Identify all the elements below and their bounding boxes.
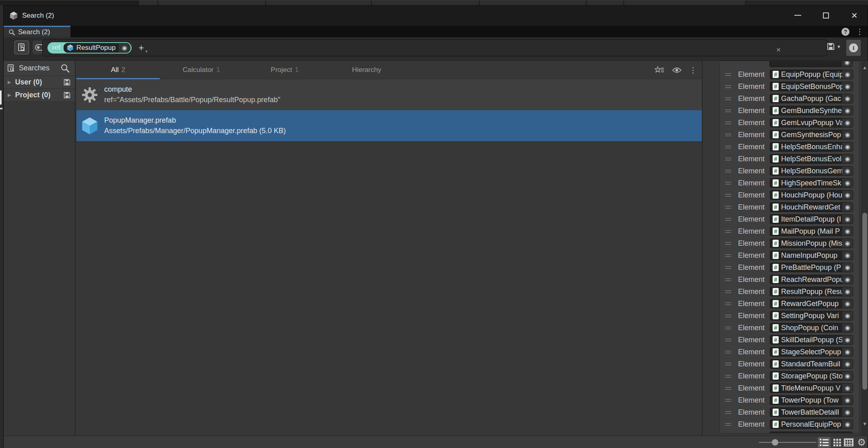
results-tab-hierarchy[interactable]: Hierarchy (326, 61, 410, 79)
object-picker-icon[interactable]: ◉ (842, 178, 853, 188)
drag-handle-icon[interactable] (725, 362, 731, 367)
object-field[interactable]: # TowerPopup (Tow ◉ (770, 395, 853, 405)
drag-handle-icon[interactable] (725, 289, 731, 294)
object-field[interactable]: # ReachRewardPopu ◉ (770, 275, 853, 284)
object-field[interactable]: # MissionPopup (Mis ◉ (770, 238, 853, 248)
object-field[interactable]: # PersonalEquipPop ◉ (770, 419, 853, 429)
drag-handle-icon[interactable] (725, 193, 731, 198)
drag-handle-icon[interactable] (725, 84, 731, 89)
object-field[interactable]: # EquipPopup (Equip ◉ (770, 70, 853, 79)
drag-handle-icon[interactable] (725, 253, 731, 258)
add-filter-button[interactable]: +▾ (138, 43, 144, 53)
object-picker-icon[interactable]: ◉ (842, 118, 853, 127)
object-field[interactable]: # TitleMenuPopup V ◉ (770, 383, 853, 393)
object-picker-icon[interactable]: ◉ (842, 202, 853, 212)
object-field[interactable]: # SkillDetailPopup (S ◉ (770, 335, 853, 345)
object-field[interactable]: # StandardTeamBuil ◉ (770, 359, 853, 369)
results-more-button[interactable]: ⋮ (689, 66, 697, 74)
object-field[interactable]: # TowerBattleDetaill ◉ (770, 407, 853, 417)
object-picker-icon[interactable]: ◉ (842, 82, 853, 91)
drag-handle-icon[interactable] (725, 313, 731, 319)
query-object-token[interactable]: ResultPopup ◉ (64, 43, 130, 53)
object-picker-icon[interactable]: ◉ (842, 287, 853, 296)
eye-icon[interactable] (672, 67, 682, 74)
object-picker-icon[interactable]: ◉ (842, 154, 853, 164)
object-field[interactable]: # GemSynthesisPop ◉ (770, 130, 853, 140)
clipped-object-field-top[interactable]: ◉ (769, 61, 853, 67)
collapse-arrow-icon[interactable]: ▶ (8, 92, 11, 98)
object-picker-icon[interactable]: ◉ (842, 323, 853, 333)
object-picker-icon[interactable]: ◉ (842, 371, 853, 381)
object-picker-icon[interactable]: ◉ (842, 226, 853, 236)
save-search-button[interactable]: ▼ (827, 42, 841, 51)
object-field[interactable]: # HelpSetBonusGem ◉ (770, 166, 853, 176)
object-field[interactable]: # MailPopup (Mail P ◉ (770, 226, 853, 236)
minimize-button[interactable] (789, 7, 806, 23)
object-field[interactable]: # SettingPopup Vari ◉ (770, 311, 853, 321)
query-ref-chip[interactable]: ref ResultPopup ◉ (47, 42, 132, 53)
results-tab-project[interactable]: Project1 (243, 61, 326, 79)
table-view-button[interactable] (843, 437, 855, 448)
object-field[interactable]: # HelpSetBonusEnha ◉ (770, 142, 853, 152)
results-tab-all[interactable]: All2 (76, 61, 160, 79)
drag-handle-icon[interactable] (725, 277, 731, 282)
drag-handle-icon[interactable] (725, 169, 731, 174)
drag-handle-icon[interactable] (725, 205, 731, 210)
drag-handle-icon[interactable] (725, 217, 731, 222)
object-field[interactable]: # GemLvupPopup Va ◉ (770, 118, 853, 127)
tab-search[interactable]: Search (2) (4, 26, 70, 37)
title-bar[interactable]: Search (2) × (4, 6, 868, 26)
drag-handle-icon[interactable] (725, 386, 731, 391)
vertical-scrollbar[interactable]: ▲ ▼ (861, 61, 868, 436)
object-field[interactable]: # ItemDetailPopup (I ◉ (770, 214, 853, 224)
drag-handle-icon[interactable] (725, 325, 731, 331)
inspector-info-button[interactable]: i (846, 40, 861, 56)
drag-handle-icon[interactable] (725, 374, 731, 379)
clipped-object-field-bottom[interactable] (769, 432, 853, 434)
drag-handle-icon[interactable] (725, 156, 731, 162)
object-picker-icon[interactable]: ◉ (842, 263, 853, 272)
object-picker-icon[interactable]: ◉ (842, 214, 853, 224)
drag-handle-icon[interactable] (725, 144, 731, 150)
object-picker-icon[interactable]: ◉ (842, 407, 853, 417)
sidebar-item-user[interactable]: ▶ User (0) (4, 76, 75, 89)
object-picker-icon[interactable]: ◉ (842, 299, 853, 308)
object-field[interactable]: # GemBundleSynthe ◉ (770, 106, 853, 115)
object-field[interactable]: # HelpSetBonusEvol ◉ (770, 154, 853, 164)
drag-handle-icon[interactable] (725, 241, 731, 246)
object-field[interactable]: # NameInputPopup ◉ (770, 251, 853, 260)
object-picker-icon[interactable]: ◉ (842, 335, 853, 345)
object-field[interactable]: # EquipSetBonusPop ◉ (770, 82, 853, 91)
drag-handle-icon[interactable] (725, 301, 731, 306)
drag-handle-icon[interactable] (725, 422, 731, 427)
object-picker-icon[interactable]: ◉ (842, 166, 853, 176)
close-button[interactable]: × (845, 7, 863, 23)
slider-knob[interactable] (772, 439, 778, 446)
results-tab-calculator[interactable]: Calculator1 (160, 61, 243, 79)
item-size-slider[interactable] (759, 442, 816, 443)
scroll-up-icon[interactable]: ▲ (862, 65, 867, 70)
result-row-compute[interactable]: compute ref="Assets/Prefabs/Battle/Popup… (76, 79, 702, 110)
object-field[interactable]: # GachaPopup (Gac ◉ (770, 94, 853, 103)
drag-handle-icon[interactable] (725, 96, 731, 101)
object-picker-icon[interactable]: ◉ (842, 94, 853, 103)
help-button[interactable]: ? (841, 28, 849, 36)
object-field[interactable]: # HighSpeedTimeSk ◉ (770, 178, 853, 188)
clear-search-icon[interactable]: × (776, 45, 781, 54)
object-field[interactable]: # ShopPopup (Coin ◉ (770, 323, 853, 333)
object-picker-icon[interactable]: ◉ (842, 347, 853, 357)
drag-handle-icon[interactable] (725, 229, 731, 234)
drag-handle-icon[interactable] (725, 120, 731, 125)
scrollbar-thumb[interactable] (862, 213, 867, 390)
object-picker-icon[interactable]: ◉ (842, 106, 853, 115)
object-picker-icon[interactable]: ◉ (842, 359, 853, 369)
scroll-down-icon[interactable]: ▼ (862, 421, 867, 427)
sidebar-search-icon[interactable] (60, 64, 70, 73)
drag-handle-icon[interactable] (725, 181, 731, 186)
drag-handle-icon[interactable] (725, 72, 731, 77)
object-picker-icon[interactable]: ◉ (842, 275, 853, 284)
list-view-button[interactable] (818, 437, 831, 448)
object-picker-icon[interactable]: ◉ (842, 130, 853, 140)
object-picker-icon[interactable]: ◉ (842, 383, 853, 393)
drag-handle-icon[interactable] (725, 410, 731, 415)
